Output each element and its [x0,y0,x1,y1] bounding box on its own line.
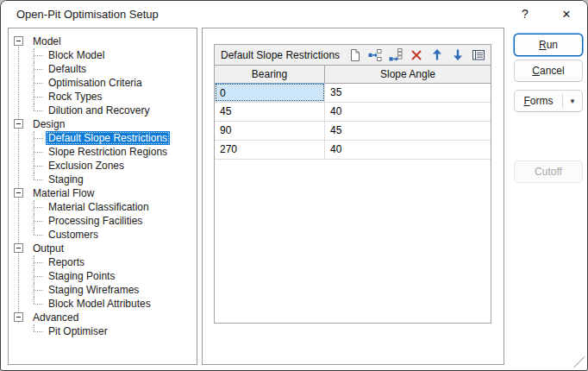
tree-item-label: Advanced [30,311,81,324]
grid-cell[interactable]: 90 [215,122,325,140]
grid-header-row: Bearing Slope Angle [215,66,491,84]
table-row: 9045 [215,122,491,141]
tree-item-advanced[interactable]: Advanced [9,311,197,324]
settings-tree-panel: ModelBlock ModelDefaultsOptimisation Cri… [8,28,197,365]
tree-item-label: Model [30,35,64,48]
move-down-icon[interactable] [451,48,465,62]
grid-cell[interactable]: 35 [325,84,491,102]
tree-item-label: Material Classification [46,200,152,214]
tree-item-label: Defaults [46,62,89,76]
tree-item-label: Output [30,242,66,255]
tree-item-label: Customers [46,228,101,242]
tree-item-reports[interactable]: Reports [9,255,197,269]
grid-body: 0354540904527040 [215,84,491,160]
table-row: 4540 [215,103,491,122]
form-view-icon[interactable] [472,48,485,62]
run-button-label: Run [539,39,558,51]
tree-item-staging-points[interactable]: Staging Points [9,269,197,283]
tree-item-dilution-and-recovery[interactable]: Dilution and Recovery [9,104,197,117]
grid-toolbar: Default Slope Restrictions [215,45,491,66]
grid-cell[interactable]: 270 [215,141,325,159]
tree-item-pit-optimiser[interactable]: Pit Optimiser [9,324,197,338]
chevron-down-icon: ▼ [569,97,576,105]
tree-item-material-classification[interactable]: Material Classification [9,200,197,214]
tree-item-label: Block Model [46,48,107,62]
forms-button-label: Forms [523,95,553,107]
help-button[interactable]: ? [508,1,542,27]
tree-item-label: Material Flow [30,186,97,200]
new-record-icon[interactable] [347,48,361,62]
table-row: 27040 [215,141,491,160]
delete-record-icon[interactable] [410,48,423,62]
tree-item-staging-wireframes[interactable]: Staging Wireframes [9,283,197,297]
cutoff-button[interactable]: Cutoff [514,160,583,183]
tree-item-label: Dilution and Recovery [46,104,152,117]
tree-item-default-slope-restrictions[interactable]: Default Slope Restrictions [9,131,197,145]
grid-cell[interactable]: 40 [325,103,491,121]
tree-item-material-flow[interactable]: Material Flow [9,186,197,200]
cancel-button-label: Cancel [532,65,564,77]
grid-title: Default Slope Restrictions [221,49,340,61]
tree-item-label: Staging [46,173,86,186]
tree-item-label: Design [30,117,67,131]
tree-item-rock-types[interactable]: Rock Types [9,90,197,104]
tree-item-label: Staging Wireframes [46,283,141,297]
forms-button[interactable]: Forms [515,91,562,111]
tree-item-processing-facilities[interactable]: Processing Facilities [9,214,197,228]
tree-item-customers[interactable]: Customers [9,228,197,242]
tree-item-label: Reports [46,255,87,269]
tree-item-exclusion-zones[interactable]: Exclusion Zones [9,159,197,173]
column-header-slope-angle[interactable]: Slope Angle [325,66,491,83]
tree-item-label: Optimisation Criteria [46,76,145,90]
collapse-toggle-icon[interactable] [14,188,23,198]
tree-item-block-model[interactable]: Block Model [9,48,197,62]
collapse-toggle-icon[interactable] [14,36,23,46]
grid-cell[interactable]: 45 [325,122,491,140]
tree: ModelBlock ModelDefaultsOptimisation Cri… [9,35,197,338]
tree-item-label: Default Slope Restrictions [46,131,170,145]
forms-split-button: Forms ▼ [514,90,583,112]
collapse-toggle-icon[interactable] [14,312,23,322]
tree-item-block-model-attributes[interactable]: Block Model Attributes [9,297,197,311]
insert-record-icon[interactable] [368,48,382,62]
tree-item-slope-restriction-regions[interactable]: Slope Restriction Regions [9,145,197,159]
content-panel: Default Slope Restrictions [202,28,504,365]
tree-item-optimisation-criteria[interactable]: Optimisation Criteria [9,76,197,90]
column-header-bearing[interactable]: Bearing [215,66,325,83]
tree-item-label: Staging Points [46,269,117,283]
append-record-icon[interactable] [389,48,403,62]
close-button[interactable]: ✕ [549,1,584,27]
tree-item-label: Processing Facilities [46,214,145,228]
move-up-icon[interactable] [430,48,444,62]
forms-dropdown-arrow[interactable]: ▼ [563,97,582,105]
tree-item-label: Exclusion Zones [46,159,127,173]
cutoff-button-label: Cutoff [535,166,562,178]
grid-cell[interactable]: 0 [215,83,325,102]
slope-restrictions-grid: Default Slope Restrictions [214,44,491,324]
grid-cell[interactable]: 40 [325,141,491,159]
tree-item-label: Block Model Attributes [46,297,153,311]
open-pit-optimisation-setup-dialog: Open-Pit Optimisation Setup ? ✕ ModelBlo… [0,0,588,371]
collapse-toggle-icon[interactable] [14,119,23,129]
tree-item-label: Pit Optimiser [46,324,110,338]
cancel-button[interactable]: Cancel [514,60,583,82]
tree-item-label: Slope Restriction Regions [46,145,170,159]
resize-grip[interactable] [572,355,585,368]
run-button[interactable]: Run [514,34,583,56]
tree-item-defaults[interactable]: Defaults [9,62,197,76]
window-title: Open-Pit Optimisation Setup [16,8,159,21]
tree-item-label: Rock Types [46,90,104,104]
help-icon: ? [522,7,529,21]
close-icon: ✕ [562,8,572,21]
collapse-toggle-icon[interactable] [14,243,23,253]
table-row: 035 [215,84,491,103]
titlebar: Open-Pit Optimisation Setup ? ✕ [1,1,587,28]
tree-item-design[interactable]: Design [9,117,197,131]
grid-cell[interactable]: 45 [215,103,325,121]
tree-item-output[interactable]: Output [9,242,197,255]
tree-item-staging[interactable]: Staging [9,173,197,186]
tree-item-model[interactable]: Model [9,35,197,48]
grid-toolbar-buttons [347,48,485,62]
